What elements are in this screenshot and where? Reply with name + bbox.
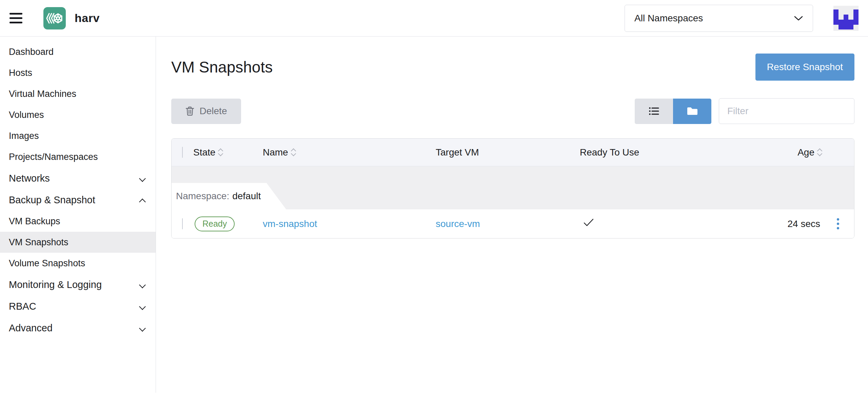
- chevron-down-icon: [139, 303, 146, 310]
- sidebar-group-backup-snapshot[interactable]: Backup & Snapshot: [0, 189, 156, 211]
- column-header-ready-to-use: Ready To Use: [580, 147, 712, 158]
- sidebar-item-volumes[interactable]: Volumes: [0, 104, 156, 125]
- harvester-logo-icon[interactable]: [43, 7, 66, 29]
- view-mode-toggle: [635, 99, 711, 124]
- page-title: VM Snapshots: [171, 58, 273, 76]
- sidebar-item-volume-snapshots[interactable]: Volume Snapshots: [0, 253, 156, 274]
- list-view-icon: [649, 106, 659, 116]
- menu-icon[interactable]: [9, 13, 22, 23]
- delete-button-label: Delete: [200, 106, 227, 117]
- brand-name: harv: [75, 12, 100, 25]
- row-actions-menu[interactable]: [822, 216, 854, 231]
- sort-icon: [292, 149, 295, 156]
- column-header-age[interactable]: Age: [712, 147, 822, 158]
- check-icon: [583, 218, 594, 227]
- sidebar-group-advanced[interactable]: Advanced: [0, 317, 156, 339]
- column-header-target-vm: Target VM: [436, 147, 580, 158]
- filter-input[interactable]: [719, 98, 854, 124]
- group-label: Namespace:: [176, 191, 229, 202]
- grouped-view-button[interactable]: [673, 99, 711, 124]
- namespace-selector[interactable]: All Namespaces: [625, 5, 813, 32]
- sidebar-item-images[interactable]: Images: [0, 125, 156, 146]
- chevron-down-icon: [139, 175, 146, 182]
- chevron-down-icon: [139, 281, 146, 288]
- namespace-group-tab: Namespace: default: [172, 183, 286, 209]
- list-view-button[interactable]: [635, 99, 673, 124]
- sidebar-item-virtual-machines[interactable]: Virtual Machines: [0, 83, 156, 104]
- sidebar-item-vm-backups[interactable]: VM Backups: [0, 211, 156, 232]
- row-checkbox[interactable]: [182, 218, 183, 229]
- age-cell: 24 secs: [712, 219, 822, 229]
- table-row: Ready vm-snapshot source-vm 24 secs: [172, 209, 854, 238]
- folder-view-icon: [687, 106, 698, 116]
- status-badge: Ready: [195, 216, 235, 231]
- snapshots-table: State Name Target VM Ready To Use Age: [171, 138, 854, 239]
- trash-icon: [185, 106, 194, 116]
- sort-icon: [219, 149, 222, 156]
- chevron-down-icon: [139, 325, 146, 331]
- column-header-name[interactable]: Name: [263, 147, 436, 158]
- sidebar-item-hosts[interactable]: Hosts: [0, 62, 156, 83]
- sidebar-group-monitoring-logging[interactable]: Monitoring & Logging: [0, 274, 156, 295]
- delete-button[interactable]: Delete: [171, 99, 241, 124]
- sidebar-item-projects-namespaces[interactable]: Projects/Namespaces: [0, 146, 156, 167]
- sidebar-item-dashboard[interactable]: Dashboard: [0, 41, 156, 62]
- sidebar-group-rbac[interactable]: RBAC: [0, 295, 156, 317]
- column-header-state[interactable]: State: [193, 147, 263, 158]
- chevron-up-icon: [139, 196, 146, 203]
- top-header: harv All Namespaces: [0, 0, 868, 37]
- namespace-selector-value: All Namespaces: [634, 13, 794, 24]
- main-content: VM Snapshots Restore Snapshot Delete: [156, 37, 868, 393]
- sort-icon: [818, 149, 822, 156]
- user-avatar[interactable]: [833, 6, 859, 31]
- group-value: default: [232, 191, 261, 202]
- table-header-row: State Name Target VM Ready To Use Age: [172, 139, 854, 166]
- snapshot-name-link[interactable]: vm-snapshot: [263, 219, 317, 229]
- sidebar-item-vm-snapshots[interactable]: VM Snapshots: [0, 232, 156, 253]
- target-vm-link[interactable]: source-vm: [436, 219, 480, 229]
- sidebar-group-networks[interactable]: Networks: [0, 167, 156, 189]
- select-all-checkbox[interactable]: [182, 147, 183, 158]
- namespace-group-band: Namespace: default: [172, 166, 854, 209]
- sidebar: Dashboard Hosts Virtual Machines Volumes…: [0, 37, 156, 393]
- restore-snapshot-button[interactable]: Restore Snapshot: [755, 54, 854, 81]
- chevron-down-icon: [794, 16, 803, 21]
